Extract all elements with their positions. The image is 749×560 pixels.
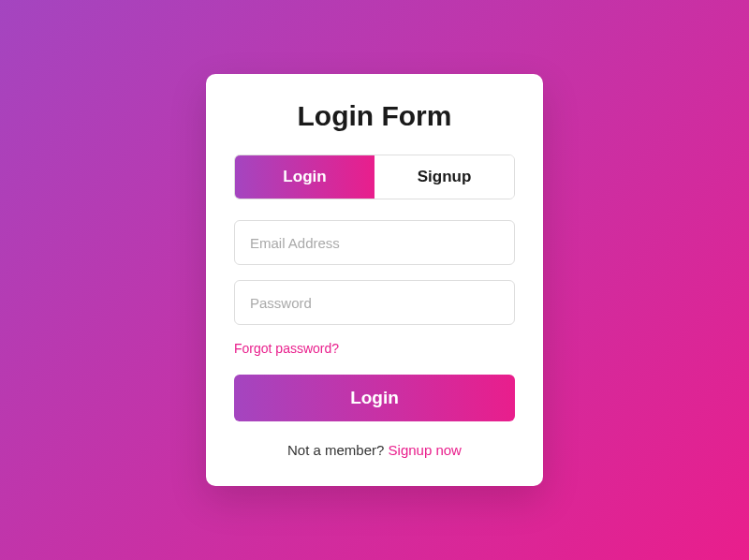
signup-prompt-text: Not a member? xyxy=(287,442,389,458)
tab-group: Login Signup xyxy=(234,155,515,199)
login-button[interactable]: Login xyxy=(234,375,515,421)
signup-footer: Not a member? Signup now xyxy=(234,442,515,458)
tab-login[interactable]: Login xyxy=(235,155,374,199)
form-title: Login Form xyxy=(234,100,515,132)
email-field[interactable] xyxy=(234,220,515,265)
signup-now-link[interactable]: Signup now xyxy=(389,442,462,458)
login-card: Login Form Login Signup Forgot password?… xyxy=(206,74,543,486)
forgot-password-link[interactable]: Forgot password? xyxy=(234,341,339,356)
password-field[interactable] xyxy=(234,280,515,325)
tab-signup[interactable]: Signup xyxy=(374,155,514,199)
